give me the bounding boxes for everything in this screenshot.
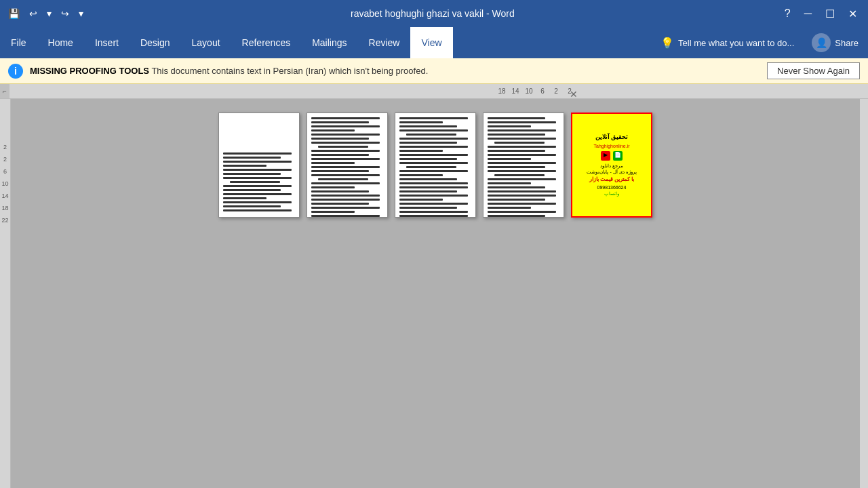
text-line [399, 203, 468, 205]
text-line [399, 170, 468, 172]
undo-button[interactable]: ↩ [26, 7, 40, 20]
text-line [488, 117, 545, 119]
tab-view[interactable]: View [410, 27, 452, 58]
tab-home[interactable]: Home [37, 27, 84, 58]
tell-me-label: Tell me what you want to do... [678, 38, 794, 48]
text-line [488, 199, 545, 201]
never-show-again-button[interactable]: Never Show Again [767, 62, 860, 79]
vertical-scrollbar[interactable] [860, 99, 868, 488]
text-line [311, 174, 380, 176]
tab-insert[interactable]: Insert [84, 27, 130, 58]
text-line [399, 215, 468, 217]
vr-num-10: 10 [1, 178, 8, 190]
text-line [494, 174, 545, 176]
vr-num-2a: 2 [3, 141, 7, 153]
text-line [311, 162, 355, 164]
text-line [488, 215, 545, 217]
text-line [488, 146, 556, 148]
text-line [399, 125, 457, 127]
page-5-ad-thumbnail[interactable]: تحقیق آنلاین Tahghighonline.ir ▶ 📄 مرجع … [571, 113, 652, 218]
lightbulb-icon: 💡 [660, 37, 674, 49]
text-line [223, 161, 292, 163]
pages-row: تحقیق آنلاین Tahghighonline.ir ▶ 📄 مرجع … [218, 113, 652, 218]
text-line [223, 157, 281, 159]
text-line [488, 203, 556, 205]
text-line [318, 146, 368, 148]
text-line [488, 162, 556, 164]
tell-me-input[interactable]: 💡 Tell me what you want to do... [652, 27, 802, 58]
ruler-num-10: 10 [522, 87, 536, 95]
tab-references[interactable]: References [231, 27, 302, 58]
redo-button[interactable]: ↪ [58, 7, 72, 20]
horizontal-ruler: ⌐ 18 14 10 6 2 ✕ 2 [0, 84, 868, 99]
text-line [399, 199, 443, 201]
text-line [230, 181, 280, 183]
text-line [488, 211, 556, 213]
text-line [311, 199, 380, 201]
text-line [399, 190, 457, 192]
text-line [399, 182, 468, 184]
notification-text: MISSING PROOFING TOOLS This document con… [30, 66, 760, 76]
text-line [311, 170, 369, 172]
text-line [399, 195, 468, 197]
tab-review[interactable]: Review [358, 27, 411, 58]
page-2-thumbnail[interactable] [307, 113, 388, 218]
text-line [399, 138, 468, 140]
window-title: ravabet hoghughi ghazi va vakil - Word [86, 8, 779, 19]
share-label: Share [835, 38, 859, 48]
text-line [399, 150, 443, 152]
ruler-num-14: 14 [509, 87, 522, 95]
text-line [406, 134, 456, 136]
text-line [488, 154, 556, 156]
text-line [488, 190, 556, 192]
text-line [311, 138, 369, 140]
text-line [311, 158, 380, 160]
text-line [488, 138, 556, 140]
text-line [223, 205, 281, 207]
text-line [488, 166, 545, 168]
text-line [399, 162, 468, 164]
ruler-numbers: 18 14 10 6 2 ✕ 2 [9, 87, 868, 95]
vr-num-6: 6 [3, 165, 7, 178]
text-line [399, 146, 468, 148]
text-line [488, 207, 531, 209]
save-button[interactable]: 💾 [5, 7, 22, 20]
text-line [488, 186, 545, 188]
undo-arrow-icon: ▾ [47, 8, 52, 19]
tab-mailings[interactable]: Mailings [301, 27, 357, 58]
tab-design[interactable]: Design [130, 27, 181, 58]
text-line [399, 158, 457, 160]
text-line [488, 121, 556, 123]
restore-button[interactable]: ☐ [820, 3, 840, 24]
minimize-button[interactable]: ─ [799, 3, 817, 24]
text-line [223, 152, 292, 155]
text-line [311, 211, 355, 213]
text-line [311, 166, 380, 168]
text-line [399, 211, 468, 213]
page-3-thumbnail[interactable] [395, 113, 476, 218]
text-line [488, 129, 556, 131]
customize-qat-button[interactable]: ▾ [76, 7, 86, 20]
tab-layout[interactable]: Layout [181, 27, 231, 58]
share-button[interactable]: 👤 Share [802, 27, 868, 58]
undo-dropdown[interactable]: ▾ [44, 7, 54, 20]
text-line [311, 154, 369, 156]
tab-file[interactable]: File [0, 27, 37, 58]
ruler-cross-icon[interactable]: ✕ [570, 89, 578, 100]
page-4-thumbnail[interactable] [483, 113, 564, 218]
vr-num-22: 22 [1, 214, 8, 226]
text-line [399, 178, 457, 180]
text-line [311, 195, 380, 197]
text-line [399, 174, 443, 176]
document-area[interactable]: تحقیق آنلاین Tahghighonline.ir ▶ 📄 مرجع … [11, 99, 860, 488]
text-line [311, 150, 380, 152]
help-button[interactable]: ? [779, 3, 796, 24]
close-button[interactable]: ✕ [843, 3, 863, 24]
ruler-num-18: 18 [495, 87, 509, 95]
quick-access-toolbar: 💾 ↩ ▾ ↪ ▾ [5, 7, 86, 20]
text-line [311, 186, 355, 188]
text-line [488, 170, 556, 172]
text-line [399, 154, 468, 156]
page-1-thumbnail[interactable] [218, 113, 300, 218]
text-line [399, 142, 457, 144]
